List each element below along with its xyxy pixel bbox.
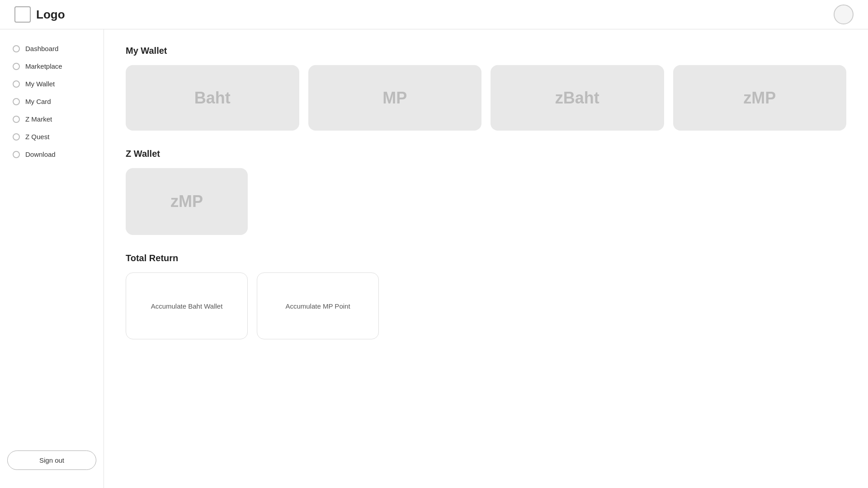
return-cards-row: Accumulate Baht Wallet Accumulate MP Poi… [126,272,846,339]
sidebar-item-my-wallet[interactable]: My Wallet [7,75,96,92]
sign-out-button[interactable]: Sign out [7,450,96,470]
return-card-mp-label: Accumulate MP Point [285,302,350,310]
z-wallet-title: Z Wallet [126,149,846,159]
sidebar-nav: Dashboard Marketplace My Wallet My Card … [0,40,104,443]
body-layout: Dashboard Marketplace My Wallet My Card … [0,29,868,488]
radio-dashboard [13,45,20,52]
sidebar-bottom: Sign out [0,443,104,477]
sidebar-item-marketplace[interactable]: Marketplace [7,58,96,75]
z-wallet-card[interactable]: zMP [126,168,248,235]
my-wallet-title: My Wallet [126,46,846,56]
wallet-card-mp[interactable]: MP [308,65,482,131]
radio-my-wallet [13,80,20,88]
sidebar-label-download: Download [25,150,56,158]
sidebar-item-z-quest[interactable]: Z Quest [7,128,96,145]
avatar[interactable] [834,5,854,24]
sidebar-label-my-wallet: My Wallet [25,80,55,88]
sidebar-item-my-card[interactable]: My Card [7,93,96,110]
main-content: My Wallet Baht MP zBaht zMP Z Wallet zMP… [104,29,868,488]
sidebar-item-z-market[interactable]: Z Market [7,111,96,127]
sidebar-label-my-card: My Card [25,98,51,105]
wallet-card-zbaht[interactable]: zBaht [491,65,664,131]
wallet-cards-row: Baht MP zBaht zMP [126,65,846,131]
wallet-card-zmp-label: zMP [743,89,776,108]
logo-area: Logo [14,6,65,23]
sidebar: Dashboard Marketplace My Wallet My Card … [0,29,104,488]
wallet-card-zmp[interactable]: zMP [673,65,847,131]
radio-z-quest [13,133,20,141]
logo-text: Logo [36,8,65,22]
wallet-card-baht-label: Baht [194,89,231,108]
logo-icon [14,6,31,23]
radio-download [13,151,20,158]
wallet-card-mp-label: MP [382,89,407,108]
sidebar-item-dashboard[interactable]: Dashboard [7,40,96,57]
sidebar-label-dashboard: Dashboard [25,45,58,52]
header: Logo [0,0,868,29]
wallet-card-zbaht-label: zBaht [555,89,599,108]
sidebar-label-z-quest: Z Quest [25,133,49,141]
return-card-mp[interactable]: Accumulate MP Point [257,272,379,339]
z-wallet-card-label: zMP [170,192,203,211]
sidebar-label-z-market: Z Market [25,115,52,123]
sidebar-item-download[interactable]: Download [7,146,96,163]
return-card-baht-label: Accumulate Baht Wallet [151,302,223,310]
radio-my-card [13,98,20,105]
wallet-card-baht[interactable]: Baht [126,65,299,131]
total-return-title: Total Return [126,253,846,263]
sidebar-label-marketplace: Marketplace [25,62,62,70]
radio-marketplace [13,63,20,70]
radio-z-market [13,116,20,123]
return-card-baht[interactable]: Accumulate Baht Wallet [126,272,248,339]
